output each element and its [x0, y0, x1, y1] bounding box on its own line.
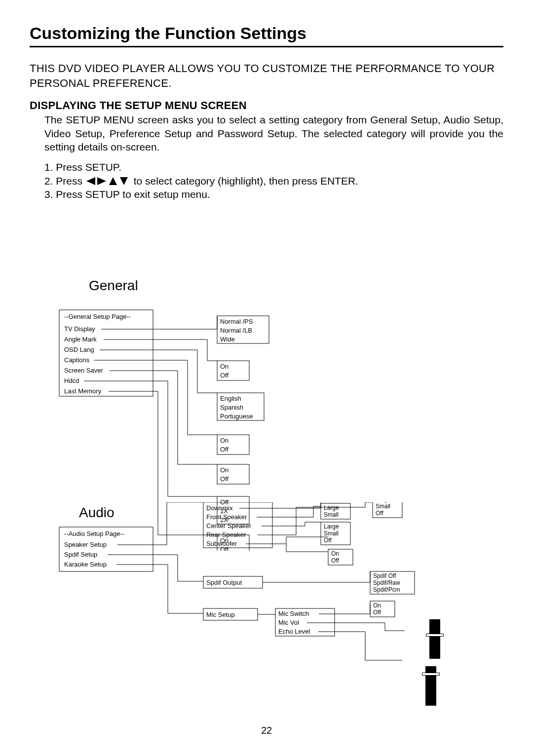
svg-text:Spdif Off: Spdif Off [373, 572, 396, 579]
svg-text:Off: Off [376, 510, 383, 517]
svg-text:Off: Off [220, 446, 228, 453]
svg-text:Downmix: Downmix [206, 504, 233, 512]
svg-text:Front Speaker: Front Speaker [206, 513, 247, 521]
svg-text:Subwoofer: Subwoofer [206, 540, 237, 547]
svg-text:English: English [220, 395, 241, 402]
svg-text:Portuguese: Portuguese [220, 413, 253, 420]
item-captions: Captions [64, 356, 90, 364]
svg-marker-3 [120, 177, 128, 185]
svg-text:Spanish: Spanish [220, 404, 243, 411]
svg-marker-1 [97, 177, 106, 185]
page-number: 22 [0, 725, 533, 736]
body-paragraph: The SETUP MENU screen asks you to select… [44, 113, 503, 153]
svg-text:Off: Off [373, 609, 381, 616]
svg-text:On: On [220, 466, 228, 474]
section-subhead: DISPLAYING THE SETUP MENU SCREEN [30, 99, 503, 112]
arrow-icons [85, 175, 134, 187]
svg-text:On: On [373, 602, 381, 609]
svg-marker-2 [109, 177, 117, 185]
svg-text:Rear Speaker: Rear Speaker [206, 531, 246, 538]
svg-text:Off: Off [220, 372, 228, 379]
page-title: Customizing the Function Settings [30, 24, 503, 43]
item-screen-saver: Screen Saver [64, 367, 103, 374]
svg-text:Spdif Output: Spdif Output [206, 579, 242, 586]
svg-text:Mic Switch: Mic Switch [278, 610, 309, 617]
item-last-memory: Last Memory [64, 387, 102, 395]
item-speaker-setup: Speaker Setup [64, 541, 107, 548]
item-osd-lang: OSD Lang [64, 346, 94, 353]
svg-text:Off: Off [324, 537, 332, 544]
svg-text:Spdif/Raw: Spdif/Raw [373, 579, 400, 586]
echo-level-slider [425, 666, 436, 706]
svg-text:Spdif/Pcm: Spdif/Pcm [373, 586, 400, 593]
svg-text:On: On [220, 363, 228, 370]
step-3: 3. Press SETUP to exit setup menu. [44, 188, 503, 201]
svg-text:Small: Small [324, 511, 339, 518]
svg-text:Normal /LB: Normal /LB [220, 327, 252, 334]
item-spdif-setup: Spdif Setup [64, 551, 97, 558]
svg-marker-0 [86, 177, 95, 185]
item-hdcd: Hdcd [64, 377, 79, 384]
svg-text:Echo Level: Echo Level [278, 628, 310, 635]
mic-vol-slider [429, 619, 440, 659]
svg-text:Off: Off [331, 557, 339, 564]
svg-text:Large: Large [324, 504, 339, 511]
svg-text:Off: Off [220, 475, 228, 483]
item-angle-mark: Angle Mark [64, 336, 97, 343]
svg-text:Normal /PS: Normal /PS [220, 318, 253, 325]
audio-page-title: --Audio Setup Page-- [64, 530, 124, 537]
step-2: 2. Press to select category (highlight),… [44, 174, 503, 188]
svg-text:Center Speaker: Center Speaker [206, 522, 252, 529]
title-divider [30, 46, 503, 47]
svg-text:Small: Small [376, 503, 390, 510]
svg-text:Mic Setup: Mic Setup [206, 611, 235, 618]
svg-text:Large: Large [324, 523, 339, 530]
svg-text:On: On [220, 437, 228, 444]
general-section-label: General [89, 278, 138, 294]
svg-text:Small: Small [324, 530, 339, 537]
svg-text:Mic Vol: Mic Vol [278, 619, 299, 626]
item-tv-display: TV Display [64, 325, 95, 333]
step-1: 1. Press SETUP. [44, 160, 503, 174]
steps-list: 1. Press SETUP. 2. Press to select categ… [44, 160, 503, 201]
svg-text:Wide: Wide [220, 336, 235, 343]
intro-text: THIS DVD VIDEO PLAYER ALLOWS YOU TO CUST… [30, 61, 503, 90]
svg-text:On: On [331, 550, 339, 557]
item-karaoke-setup: Karaoke Setup [64, 561, 107, 568]
general-page-title: --General Setup Page-- [64, 313, 131, 320]
